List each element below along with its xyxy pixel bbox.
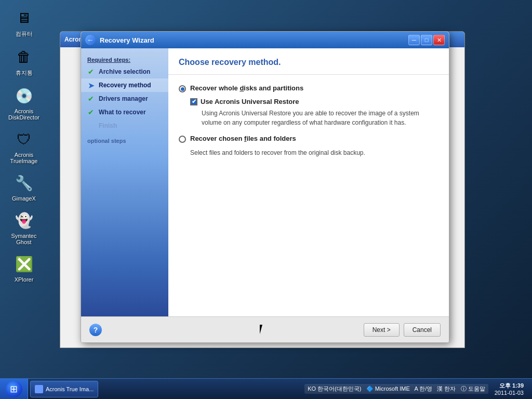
xplorer-icon: ❎ (14, 254, 34, 274)
trueimage-label: AcronisTrueImage (10, 152, 38, 164)
minimize-button[interactable]: ─ (408, 35, 420, 45)
what-to-recover-label: What to recover (99, 109, 146, 116)
whole-disks-label: Recover whole disks and partitions (190, 84, 303, 92)
desktop-icon-xplorer[interactable]: ❎ XPlorer (5, 251, 43, 285)
gimagex-label: GimageX (12, 195, 36, 202)
dialog-title: Recovery Wizard (100, 36, 404, 44)
dialog-body: Required steps: ✔ Archive selection ➤ Re… (81, 48, 449, 316)
desktop-icon-ghost[interactable]: 👻 SymantecGhost (5, 208, 43, 247)
dialog-icon: ← (85, 35, 96, 45)
computer-label: 컴퓨터 (16, 30, 33, 38)
universal-restore-checkbox[interactable]: ✔ (190, 98, 197, 105)
finish-icon (86, 121, 96, 130)
option-whole-disks[interactable]: Recover whole disks and partitions (179, 84, 438, 92)
sidebar: Required steps: ✔ Archive selection ➤ Re… (81, 48, 168, 316)
windows-orb: ⊞ (6, 381, 22, 397)
universal-restore-row[interactable]: ✔ Use Acronis Universal Restore (190, 98, 438, 105)
sidebar-item-recovery-method[interactable]: ➤ Recovery method (81, 78, 168, 92)
desktop-icon-trueimage[interactable]: 🛡 AcronisTrueImage (5, 127, 43, 166)
diskdirector-icon: 💿 (14, 85, 34, 106)
option-whole-disks-section: Recover whole disks and partitions ✔ Use… (179, 84, 438, 127)
ghost-icon: 👻 (14, 210, 34, 231)
sidebar-item-finish: Finish (81, 119, 168, 132)
maximize-button[interactable]: □ (421, 35, 432, 45)
ghost-label: SymantecGhost (11, 233, 37, 245)
desktop: 🖥 컴퓨터 🗑 휴지통 💿 AcronisDiskDirector 🛡 Acro… (0, 0, 532, 399)
gimagex-icon: 🔧 (14, 172, 34, 193)
system-clock[interactable]: 오후 1:39 2011-01-03 (490, 381, 528, 397)
computer-icon: 🖥 (14, 7, 34, 28)
taskbar: ⊞ Acronis True Ima... KO 한국어(대한민국) 🔷 Mic… (0, 378, 532, 399)
acronis-taskbar-label: Acronis True Ima... (46, 386, 94, 392)
dialog-footer: ? Next > Cancel (81, 316, 449, 342)
desktop-icon-computer[interactable]: 🖥 컴퓨터 (5, 5, 43, 40)
recycle-icon: 🗑 (14, 46, 34, 67)
acronis-taskbar-icon (35, 385, 43, 393)
ime-indicator[interactable]: KO 한국어(대한민국) 🔷 Microsoft IME A 한/영 漢 한자 … (304, 384, 488, 394)
desktop-icon-gimagex[interactable]: 🔧 GimageX (5, 170, 43, 204)
main-title: Choose recovery method. (179, 58, 438, 67)
archive-selection-label: Archive selection (99, 68, 150, 75)
next-button[interactable]: Next > (364, 323, 400, 337)
clock-time: 오후 1:39 (495, 382, 524, 390)
desktop-icon-diskdirector[interactable]: 💿 AcronisDiskDirector (5, 83, 43, 123)
option-chosen-files[interactable]: Recover chosen files and folders (179, 135, 438, 143)
taskbar-app-acronis[interactable]: Acronis True Ima... (30, 381, 98, 397)
chosen-files-radio[interactable] (179, 136, 186, 143)
archive-done-icon: ✔ (86, 67, 96, 76)
taskbar-apps: Acronis True Ima... (28, 381, 300, 397)
diskdirector-label: AcronisDiskDirector (8, 108, 39, 121)
titlebar-controls: ─ □ ✕ (408, 35, 445, 45)
clock-date: 2011-01-03 (495, 390, 524, 396)
chosen-files-description: Select files and folders to recover from… (190, 148, 438, 157)
trueimage-icon: 🛡 (14, 129, 34, 150)
universal-restore-description: Using Acronis Universal Restore you are … (202, 109, 438, 127)
recovery-wizard-dialog: ← Recovery Wizard ─ □ ✕ Required steps: … (81, 31, 449, 343)
content-area: Recover whole disks and partitions ✔ Use… (168, 75, 449, 316)
recovery-method-label: Recovery method (99, 82, 151, 89)
whole-disks-radio[interactable] (179, 85, 186, 92)
desktop-icon-recycle[interactable]: 🗑 휴지통 (5, 44, 43, 79)
recycle-label: 휴지통 (16, 69, 33, 77)
main-content: Choose recovery method. Recover whole di… (168, 48, 449, 316)
main-header: Choose recovery method. (168, 48, 449, 75)
required-steps-label: Required steps: (81, 54, 168, 65)
sidebar-item-archive-selection[interactable]: ✔ Archive selection (81, 65, 168, 78)
option-chosen-files-section: Recover chosen files and folders Select … (179, 135, 438, 157)
optional-steps-label: optional steps (81, 132, 168, 146)
recovery-active-icon: ➤ (86, 81, 96, 90)
drivers-manager-label: Drivers manager (99, 95, 148, 102)
start-button[interactable]: ⊞ (0, 379, 28, 400)
sidebar-item-what-to-recover[interactable]: ✔ What to recover (81, 105, 168, 119)
help-button[interactable]: ? (89, 324, 102, 336)
sidebar-item-drivers-manager[interactable]: ✔ Drivers manager (81, 92, 168, 105)
desktop-icons: 🖥 컴퓨터 🗑 휴지통 💿 AcronisDiskDirector 🛡 Acro… (5, 5, 43, 285)
close-button[interactable]: ✕ (433, 35, 445, 45)
chosen-files-label: Recover chosen files and folders (190, 135, 296, 142)
xplorer-label: XPlorer (15, 276, 34, 283)
universal-restore-suboption: ✔ Use Acronis Universal Restore Using Ac… (190, 98, 438, 127)
cancel-button[interactable]: Cancel (404, 323, 441, 337)
universal-restore-label: Use Acronis Universal Restore (201, 98, 299, 105)
what-done-icon: ✔ (86, 108, 96, 117)
taskbar-right: KO 한국어(대한민국) 🔷 Microsoft IME A 한/영 漢 한자 … (300, 381, 532, 397)
dialog-titlebar: ← Recovery Wizard ─ □ ✕ (81, 32, 449, 48)
finish-label: Finish (99, 122, 117, 129)
drivers-done-icon: ✔ (86, 94, 96, 103)
